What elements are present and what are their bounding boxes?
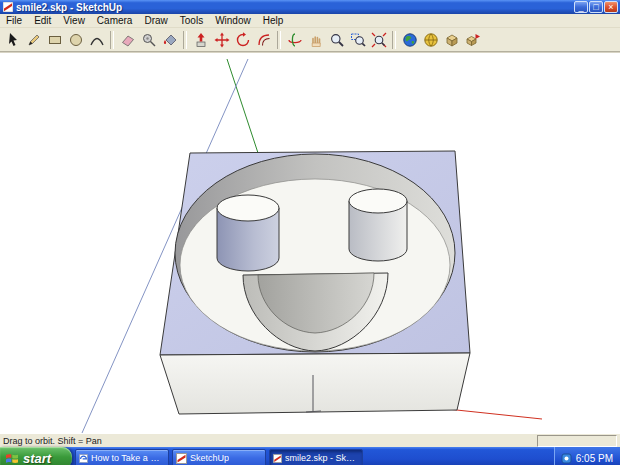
paint-bucket-icon: [162, 32, 178, 48]
line-tool-button[interactable]: [23, 30, 44, 50]
zoom-extents-tool-button[interactable]: [368, 30, 389, 50]
menu-file[interactable]: File: [0, 14, 28, 27]
toolbar-separator: [392, 31, 396, 49]
toolbar-separator: [110, 31, 114, 49]
model-box-icon: [444, 32, 460, 48]
taskbar: start How to Take a Scree... SketchUp sm…: [0, 447, 620, 465]
left-eye-top: [217, 195, 279, 221]
yellow-globe-icon: [423, 32, 439, 48]
arc-icon: [89, 32, 105, 48]
sketchup-app-icon[interactable]: [3, 2, 13, 12]
circle-icon: [68, 32, 84, 48]
tape-measure-tool-button[interactable]: [138, 30, 159, 50]
select-icon: [5, 32, 21, 48]
taskbar-item-browser[interactable]: How to Take a Scree...: [75, 449, 169, 465]
move-tool-button[interactable]: [211, 30, 232, 50]
sketchup-window: smile2.skp - SketchUp _ □ × File Edit Vi…: [0, 0, 620, 465]
eraser-icon: [120, 32, 136, 48]
right-eye-top: [349, 189, 407, 213]
rotate-icon: [235, 32, 251, 48]
move-icon: [214, 32, 230, 48]
menu-window[interactable]: Window: [209, 14, 257, 27]
measurements-box[interactable]: [537, 435, 617, 447]
system-tray: 6:05 PM: [554, 447, 620, 465]
windows-flag-icon: [5, 452, 19, 465]
taskbar-item-label: smile2.skp - SketchUp: [285, 453, 359, 463]
menu-edit[interactable]: Edit: [28, 14, 57, 27]
taskbar-item-smile2[interactable]: smile2.skp - SketchUp: [269, 449, 363, 465]
model-canvas[interactable]: [0, 53, 620, 433]
start-button[interactable]: start: [0, 447, 72, 465]
sketchup-icon: [273, 453, 282, 464]
minimize-button[interactable]: _: [574, 1, 588, 13]
pencil-icon: [26, 32, 42, 48]
tray-icon[interactable]: [561, 453, 572, 464]
paint-bucket-tool-button[interactable]: [159, 30, 180, 50]
orbit-icon: [287, 32, 303, 48]
photo-textures-button[interactable]: [420, 30, 441, 50]
model-block: [160, 151, 470, 414]
zoom-window-tool-button[interactable]: [347, 30, 368, 50]
start-label: start: [23, 451, 51, 465]
green-axis: [227, 59, 258, 153]
push-pull-tool-button[interactable]: [190, 30, 211, 50]
block-front-face: [160, 353, 470, 414]
eraser-tool-button[interactable]: [117, 30, 138, 50]
maximize-button[interactable]: □: [589, 1, 603, 13]
circle-tool-button[interactable]: [65, 30, 86, 50]
menu-tools[interactable]: Tools: [174, 14, 209, 27]
menu-draw[interactable]: Draw: [138, 14, 173, 27]
offset-icon: [256, 32, 272, 48]
close-button[interactable]: ×: [604, 1, 618, 13]
window-title: smile2.skp - SketchUp: [16, 2, 573, 13]
orbit-tool-button[interactable]: [284, 30, 305, 50]
menu-view[interactable]: View: [57, 14, 91, 27]
rotate-tool-button[interactable]: [232, 30, 253, 50]
status-hint: Drag to orbit. Shift = Pan: [3, 436, 102, 446]
drawing-area: [0, 52, 620, 433]
rectangle-tool-button[interactable]: [44, 30, 65, 50]
arc-tool-button[interactable]: [86, 30, 107, 50]
share-model-icon: [465, 32, 481, 48]
taskbar-item-sketchup[interactable]: SketchUp: [172, 449, 266, 465]
menu-help[interactable]: Help: [257, 14, 290, 27]
select-tool-button[interactable]: [2, 30, 23, 50]
zoom-icon: [329, 32, 345, 48]
get-current-view-button[interactable]: [399, 30, 420, 50]
toolbar-separator: [183, 31, 187, 49]
zoom-tool-button[interactable]: [326, 30, 347, 50]
taskbar-item-label: SketchUp: [190, 453, 229, 463]
title-bar: smile2.skp - SketchUp _ □ ×: [0, 0, 620, 14]
clock: 6:05 PM: [576, 453, 613, 464]
menu-camera[interactable]: Camera: [91, 14, 139, 27]
globe-icon: [402, 32, 418, 48]
browser-page-icon: [79, 453, 88, 464]
taskbar-item-label: How to Take a Scree...: [91, 453, 165, 463]
pan-hand-icon: [308, 32, 324, 48]
offset-tool-button[interactable]: [253, 30, 274, 50]
zoom-window-icon: [350, 32, 366, 48]
toolbar-separator: [277, 31, 281, 49]
menu-bar: File Edit View Camera Draw Tools Window …: [0, 14, 620, 28]
status-bar: Drag to orbit. Shift = Pan: [0, 433, 620, 447]
tape-measure-icon: [141, 32, 157, 48]
zoom-extents-icon: [371, 32, 387, 48]
pan-tool-button[interactable]: [305, 30, 326, 50]
sketchup-icon: [176, 453, 187, 464]
rectangle-icon: [47, 32, 63, 48]
push-pull-icon: [193, 32, 209, 48]
share-model-button[interactable]: [462, 30, 483, 50]
toolbar: [0, 28, 620, 52]
get-models-button[interactable]: [441, 30, 462, 50]
